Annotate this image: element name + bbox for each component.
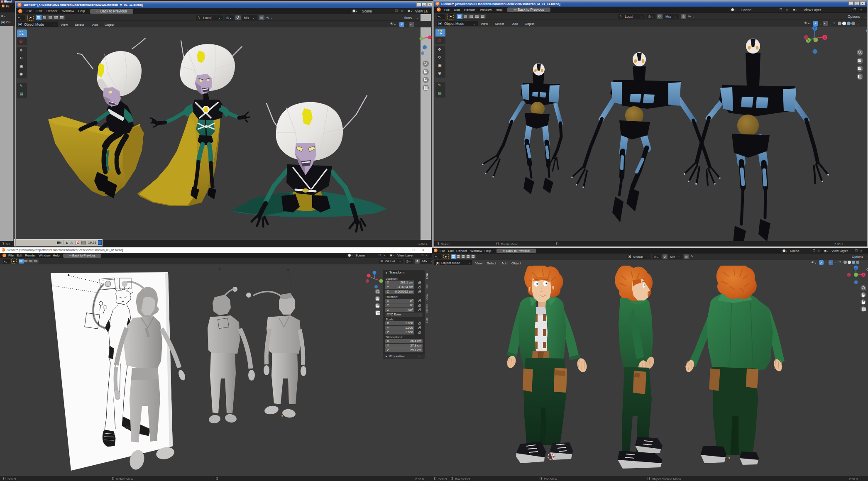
svg-text:X: X [863, 273, 865, 276]
svg-text:X: X [824, 36, 826, 39]
svg-text:Z: Z [855, 266, 857, 269]
svg-text:Z: Z [814, 27, 816, 30]
svg-text:Y: Y [807, 39, 809, 42]
